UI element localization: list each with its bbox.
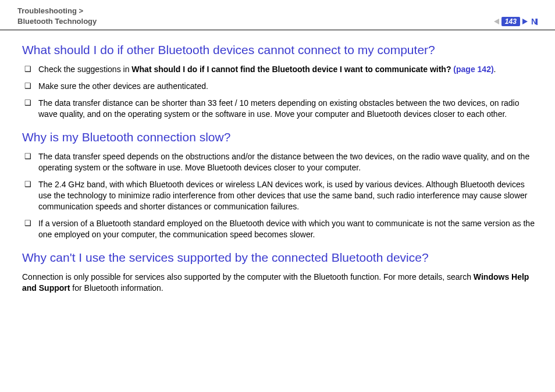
breadcrumb-level-1: Troubleshooting > — [17, 6, 83, 15]
item-text: The 2.4 GHz band, with which Bluetooth d… — [38, 180, 527, 211]
page-header: Troubleshooting > Bluetooth Technology 1… — [0, 0, 555, 30]
next-page-arrow-icon[interactable] — [522, 19, 528, 24]
item-text-pre: Check the suggestions in — [38, 65, 131, 74]
item-text: The data transfer distance can be shorte… — [38, 98, 520, 119]
n-logo-icon: N — [531, 17, 536, 26]
body-pre: Connection is only possible for services… — [22, 272, 474, 281]
breadcrumb-level-2: Bluetooth Technology — [17, 17, 97, 26]
list-item: The data transfer speed depends on the o… — [22, 151, 538, 173]
page-link[interactable]: (page 142) — [453, 65, 493, 74]
bullet-list-2: The data transfer speed depends on the o… — [22, 151, 538, 240]
page-number: 143 — [501, 17, 520, 26]
question-heading-2: Why is my Bluetooth connection slow? — [22, 129, 538, 145]
item-text: If a version of a Bluetooth standard emp… — [38, 219, 535, 239]
list-item: The data transfer distance can be shorte… — [22, 98, 538, 120]
item-text: The data transfer speed depends on the o… — [38, 152, 529, 172]
bullet-list-1: Check the suggestions in What should I d… — [22, 64, 538, 120]
body-post: for Bluetooth information. — [70, 283, 163, 293]
question-heading-1: What should I do if other Bluetooth devi… — [22, 42, 538, 58]
list-item: If a version of a Bluetooth standard emp… — [22, 218, 538, 240]
list-item: The 2.4 GHz band, with which Bluetooth d… — [22, 179, 538, 212]
prev-page-arrow-icon[interactable] — [494, 19, 499, 24]
question-heading-3: Why can't I use the services supported b… — [22, 250, 538, 266]
list-item: Check the suggestions in What should I d… — [22, 64, 538, 75]
item-text-post: . — [494, 65, 496, 74]
logo-bar-icon — [536, 19, 538, 25]
main-content: What should I do if other Bluetooth devi… — [0, 30, 555, 294]
item-text: Make sure the other devices are authenti… — [38, 81, 208, 91]
page-nav: 143 N — [494, 17, 538, 26]
item-text-bold: What should I do if I cannot find the Bl… — [131, 65, 453, 74]
body-paragraph: Connection is only possible for services… — [22, 272, 538, 294]
breadcrumb: Troubleshooting > Bluetooth Technology — [17, 6, 97, 26]
list-item: Make sure the other devices are authenti… — [22, 81, 538, 92]
